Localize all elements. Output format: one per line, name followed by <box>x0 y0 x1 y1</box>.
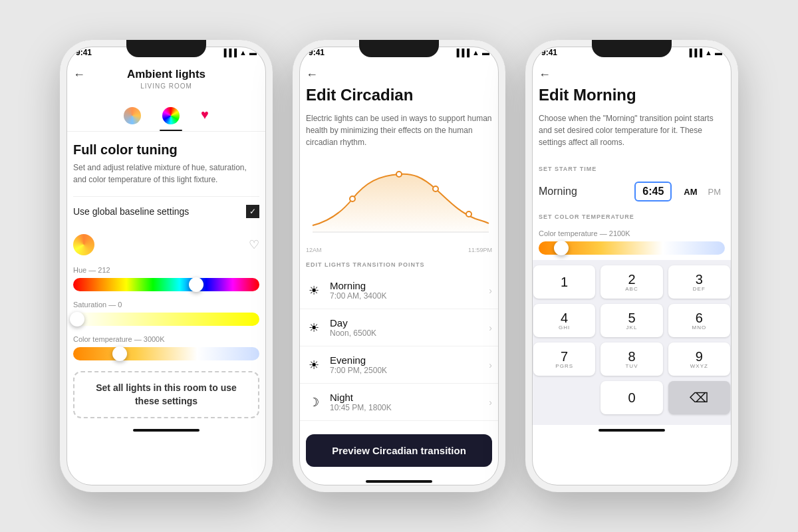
screen1-header: ← Ambient lights LIVING ROOM <box>60 61 273 98</box>
transition-day[interactable]: ☀ Day Noon, 6500K › <box>293 309 505 346</box>
day-icon: ☀ <box>306 321 322 335</box>
color-temp-thumb-3[interactable] <box>554 241 569 255</box>
back-button-2[interactable]: ← <box>306 68 492 82</box>
key-5[interactable]: 5 JKL <box>600 304 662 337</box>
key-delete[interactable]: ⌫ <box>668 381 730 414</box>
key-empty <box>533 381 595 414</box>
phone-1: 9:41 ▐▐▐ ▲ ▬ ← Ambient lights LIVING ROO… <box>60 40 273 492</box>
transition-evening[interactable]: ☀ Evening 7:00 PM, 2500K › <box>293 346 505 384</box>
time-value[interactable]: 6:45 <box>634 182 672 201</box>
battery-icon-2: ▬ <box>482 49 489 57</box>
key-7-num: 7 <box>561 350 568 363</box>
color-temp-thumb[interactable] <box>112 346 127 361</box>
heart-icon: ♥ <box>201 107 209 122</box>
pm-button[interactable]: PM <box>704 184 726 200</box>
evening-info: Evening 7:00 PM, 2500K <box>330 354 489 375</box>
screen2-body: Electric lights can be used in ways to s… <box>293 112 505 148</box>
delete-icon: ⌫ <box>690 391 708 404</box>
home-bar-3 <box>598 429 665 432</box>
saturation-track[interactable] <box>73 313 259 326</box>
phone-2: 9:41 ▐▐▐ ▲ ▬ ← Edit Circadian Electric l… <box>293 40 505 492</box>
transition-morning[interactable]: ☀ Morning 7:00 AM, 3400K › <box>293 272 505 309</box>
status-icons-1: ▐▐▐ ▲ ▬ <box>221 49 257 57</box>
back-button-1[interactable]: ← <box>73 68 85 82</box>
ampm-group: AM PM <box>680 184 725 200</box>
key-5-letters: JKL <box>626 325 638 331</box>
key-5-num: 5 <box>628 311 635 325</box>
color-temp-track-3[interactable] <box>539 241 725 255</box>
key-2[interactable]: 2 ABC <box>600 265 662 299</box>
numpad-row-4: 0 ⌫ <box>533 381 730 414</box>
favorite-heart-icon[interactable]: ♡ <box>249 237 259 252</box>
key-4-letters: GHI <box>559 325 570 331</box>
key-3[interactable]: 3 DEF <box>668 265 730 299</box>
key-7-letters: PGRS <box>555 363 573 369</box>
chart-label-start: 12AM <box>306 247 322 253</box>
key-2-letters: ABC <box>625 286 638 292</box>
chart-labels: 12AM 11:59PM <box>306 247 492 253</box>
global-baseline-checkbox[interactable]: ✓ <box>246 205 259 218</box>
notch-1 <box>126 40 206 57</box>
key-1[interactable]: 1 <box>533 265 595 299</box>
tabs-row-1: ♥ <box>60 98 273 132</box>
key-6-num: 6 <box>696 311 703 325</box>
hue-track[interactable] <box>73 278 259 291</box>
phone3-content: ← Edit Morning Choose when the "Morning"… <box>525 61 738 492</box>
night-detail: 10:45 PM, 1800K <box>330 403 489 412</box>
battery-icon-3: ▬ <box>715 49 722 57</box>
set-all-lights-button[interactable]: Set all lights in this room to use these… <box>73 371 259 418</box>
key-8[interactable]: 8 TUV <box>600 342 662 376</box>
key-4[interactable]: 4 GHI <box>533 304 595 337</box>
svg-point-3 <box>466 211 471 217</box>
status-time-3: 9:41 <box>541 48 557 57</box>
global-baseline-row[interactable]: Use global baseline settings ✓ <box>73 196 259 226</box>
morning-info: Morning 7:00 AM, 3400K <box>330 280 489 301</box>
circadian-icon <box>124 107 141 124</box>
key-1-num: 1 <box>561 275 568 289</box>
svg-point-0 <box>350 196 355 201</box>
screen1-section-title: Full color tuning <box>73 142 259 158</box>
key-6[interactable]: 6 MNO <box>668 304 730 337</box>
night-chevron: › <box>489 397 492 408</box>
evening-detail: 7:00 PM, 2500K <box>330 366 489 375</box>
key-2-num: 2 <box>628 273 635 286</box>
key-9[interactable]: 9 WXYZ <box>668 342 730 376</box>
key-0[interactable]: 0 <box>600 381 662 414</box>
wifi-icon-3: ▲ <box>705 49 712 57</box>
light-bulb-preview <box>73 234 94 255</box>
hue-label: Hue — 212 <box>73 266 259 274</box>
svg-point-1 <box>396 172 402 177</box>
battery-icon-1: ▬ <box>249 49 257 57</box>
time-label: Morning <box>539 186 626 198</box>
hue-slider-group: Hue — 212 <box>73 266 259 291</box>
color-wheel-icon <box>162 107 180 124</box>
morning-chevron: › <box>489 285 492 296</box>
tab-favorite[interactable]: ♥ <box>198 103 211 131</box>
saturation-thumb[interactable] <box>70 312 84 327</box>
tab-color[interactable] <box>160 103 182 131</box>
color-temp-label: Color temperature — 3000K <box>73 335 259 343</box>
evening-chevron: › <box>489 360 492 370</box>
key-8-letters: TUV <box>625 363 638 369</box>
status-icons-2: ▐▐▐ ▲ ▬ <box>454 49 489 57</box>
day-info: Day Noon, 6500K <box>330 317 489 338</box>
phone2-content: ← Edit Circadian Electric lights can be … <box>293 61 505 492</box>
transition-night[interactable]: ☽ Night 10:45 PM, 1800K › <box>293 384 505 421</box>
status-time-2: 9:41 <box>309 48 325 57</box>
color-temp-track[interactable] <box>73 347 259 360</box>
preview-circadian-button[interactable]: Preview Circadian transition <box>306 434 492 467</box>
back-button-3[interactable]: ← <box>539 68 725 82</box>
morning-icon: ☀ <box>306 283 322 298</box>
key-4-num: 4 <box>561 311 568 325</box>
hue-thumb[interactable] <box>189 277 203 292</box>
set-start-label: SET START TIME <box>525 159 738 176</box>
tab-circadian[interactable] <box>121 103 144 131</box>
notch-2 <box>359 40 439 57</box>
screen1-section-desc: Set and adjust relative mixture of hue, … <box>73 162 259 186</box>
night-info: Night 10:45 PM, 1800K <box>330 392 489 412</box>
key-3-num: 3 <box>696 273 703 286</box>
screen3-desc: Choose when the "Morning" transition poi… <box>539 112 725 148</box>
am-button[interactable]: AM <box>680 184 701 200</box>
numpad: 1 2 ABC 3 DEF 4 GHI 5 J <box>525 260 738 425</box>
key-7[interactable]: 7 PGRS <box>533 342 595 376</box>
